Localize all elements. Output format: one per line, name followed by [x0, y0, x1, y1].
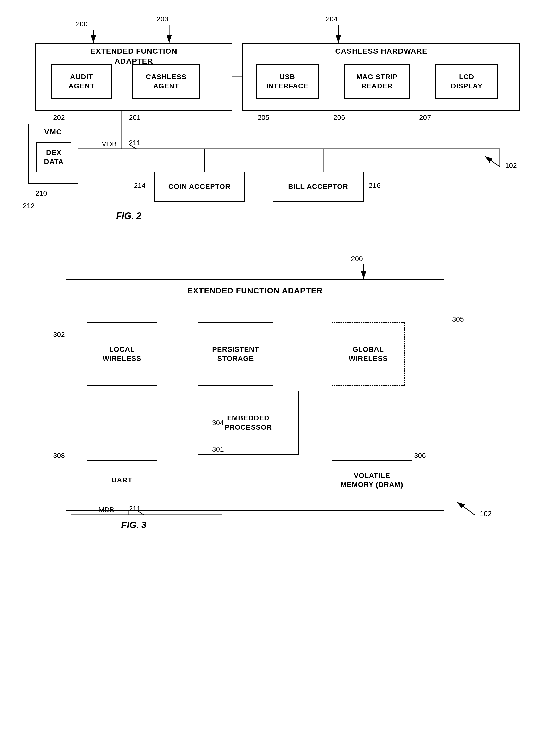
fig3-diagram: 200 EXTENDED FUNCTION ADAPTER LOCAL WIRE…	[20, 252, 533, 530]
ref-202-fig2: 202	[53, 113, 65, 122]
mdb-label-fig3: MDB	[98, 506, 114, 514]
ref-302-fig3: 302	[53, 330, 65, 339]
local-wireless-label: LOCAL WIRELESS	[102, 345, 141, 363]
ref-205-fig2: 205	[257, 113, 269, 122]
efa-box-fig3: EXTENDED FUNCTION ADAPTER LOCAL WIRELESS…	[66, 279, 445, 511]
ref-102b-fig3: 102	[480, 510, 492, 518]
volatile-memory-label: VOLATILE MEMORY (DRAM)	[341, 471, 403, 489]
ref-214-fig2: 214	[134, 182, 146, 190]
embedded-processor-label: EMBEDDED PROCESSOR	[225, 413, 272, 432]
coin-acceptor-label: COIN ACCEPTOR	[168, 182, 231, 191]
ref-212-fig2: 212	[23, 202, 34, 210]
ref-206-fig2: 206	[333, 113, 345, 122]
efa-label-fig3: EXTENDED FUNCTION ADAPTER	[66, 284, 444, 296]
mag-strip-box: MAG STRIP READER	[344, 64, 410, 99]
fig3-caption: FIG. 3	[121, 520, 147, 531]
ref-305-fig3: 305	[452, 315, 464, 323]
efa-box-fig2: EXTENDED FUNCTION ADAPTER AUDIT AGENT CA…	[35, 43, 232, 111]
audit-agent-label: AUDIT AGENT	[69, 72, 95, 91]
bill-acceptor-label: BILL ACCEPTOR	[288, 182, 348, 191]
ref-211-fig3: 211	[129, 505, 141, 513]
cashless-hw-box: CASHLESS HARDWARE USB INTERFACE MAG STRI…	[242, 43, 520, 111]
ref-102a-fig2: 102	[505, 162, 517, 170]
ref-207-fig2: 207	[419, 113, 431, 122]
mdb-label-fig2: MDB	[101, 140, 117, 148]
vmc-box: VMC DEX DATA	[28, 124, 78, 184]
ref-216-fig2: 216	[369, 182, 381, 190]
ref-301-fig3: 301	[212, 445, 224, 454]
ref-200-fig3: 200	[351, 255, 363, 263]
efa-label-fig2: EXTENDED FUNCTION ADAPTER	[85, 46, 183, 66]
fig2-diagram: 200 203 204 EXTENDED FUNCTION ADAPTER AU…	[20, 15, 533, 222]
page: 200 203 204 EXTENDED FUNCTION ADAPTER AU…	[0, 0, 553, 756]
vmc-label: VMC	[44, 127, 62, 137]
cashless-agent-label: CASHLESS AGENT	[146, 72, 186, 91]
persistent-storage-box: PERSISTENT STORAGE	[198, 322, 273, 386]
ref-211-fig2: 211	[129, 139, 141, 147]
ref-204-fig2: 204	[326, 15, 338, 23]
bill-acceptor-box: BILL ACCEPTOR	[273, 172, 364, 202]
global-wireless-box: GLOBAL WIRELESS	[331, 322, 405, 386]
audit-agent-box: AUDIT AGENT	[51, 64, 112, 99]
volatile-memory-box: VOLATILE MEMORY (DRAM)	[331, 460, 412, 500]
fig2-caption: FIG. 2	[116, 211, 141, 221]
usb-interface-box: USB INTERFACE	[256, 64, 319, 99]
lcd-display-label: LCD DISPLAY	[451, 72, 483, 91]
dex-data-label: DEX DATA	[44, 148, 64, 167]
svg-line-13	[485, 157, 500, 167]
ref-304-fig3: 304	[212, 419, 224, 427]
persistent-storage-label: PERSISTENT STORAGE	[212, 345, 259, 363]
uart-box: UART	[87, 460, 157, 500]
uart-label: UART	[111, 476, 132, 485]
usb-interface-label: USB INTERFACE	[266, 72, 309, 91]
ref-308-fig3: 308	[53, 452, 65, 460]
local-wireless-box: LOCAL WIRELESS	[87, 322, 157, 386]
global-wireless-label: GLOBAL WIRELESS	[349, 345, 388, 363]
dex-data-box: DEX DATA	[36, 142, 71, 172]
ref-210-fig2: 210	[35, 189, 47, 197]
cashless-hw-label: CASHLESS HARDWARE	[335, 46, 427, 56]
cashless-agent-box: CASHLESS AGENT	[132, 64, 200, 99]
ref-203-fig2: 203	[157, 15, 168, 23]
coin-acceptor-box: COIN ACCEPTOR	[154, 172, 245, 202]
ref-306-fig3: 306	[414, 452, 426, 460]
ref-201-fig2: 201	[129, 113, 141, 122]
lcd-display-box: LCD DISPLAY	[435, 64, 498, 99]
mag-strip-label: MAG STRIP READER	[356, 72, 398, 91]
ref-200-fig2: 200	[76, 20, 88, 28]
svg-line-31	[457, 502, 475, 515]
